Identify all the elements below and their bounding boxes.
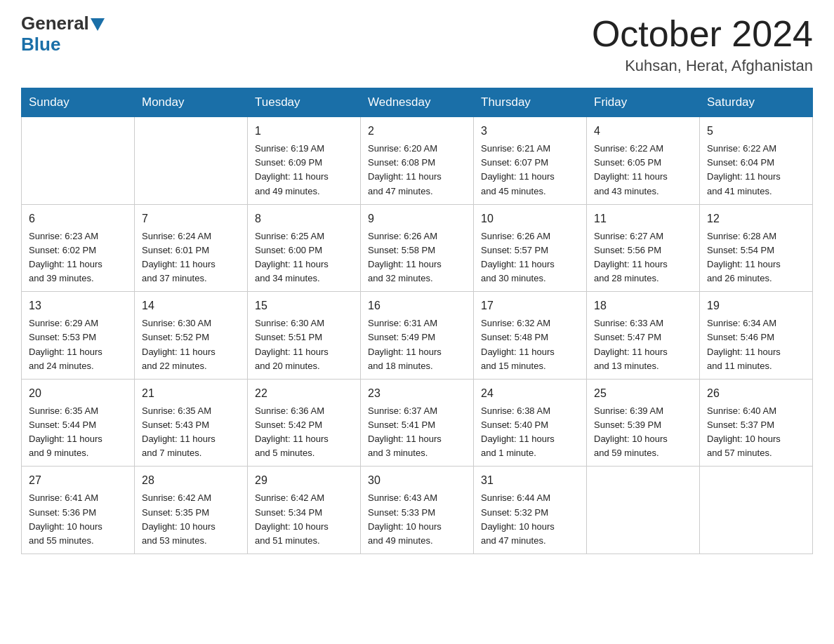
day-number: 30 <box>368 472 466 489</box>
week-row-1: 1Sunrise: 6:19 AM Sunset: 6:09 PM Daylig… <box>22 117 813 205</box>
day-number: 20 <box>29 385 127 402</box>
day-info: Sunrise: 6:30 AM Sunset: 5:51 PM Dayligh… <box>255 316 353 373</box>
header-cell-thursday: Thursday <box>474 88 587 117</box>
calendar-cell: 7Sunrise: 6:24 AM Sunset: 6:01 PM Daylig… <box>135 204 248 292</box>
month-title: October 2024 <box>592 14 813 54</box>
day-number: 4 <box>594 123 692 140</box>
day-info: Sunrise: 6:42 AM Sunset: 5:35 PM Dayligh… <box>142 491 240 548</box>
calendar-cell <box>587 467 700 554</box>
calendar-cell: 30Sunrise: 6:43 AM Sunset: 5:33 PM Dayli… <box>361 467 474 554</box>
day-info: Sunrise: 6:36 AM Sunset: 5:42 PM Dayligh… <box>255 404 353 461</box>
day-info: Sunrise: 6:24 AM Sunset: 6:01 PM Dayligh… <box>142 229 240 286</box>
day-info: Sunrise: 6:23 AM Sunset: 6:02 PM Dayligh… <box>29 229 127 286</box>
calendar-cell: 24Sunrise: 6:38 AM Sunset: 5:40 PM Dayli… <box>474 379 587 467</box>
calendar-cell <box>135 117 248 205</box>
day-number: 6 <box>29 210 127 227</box>
day-info: Sunrise: 6:40 AM Sunset: 5:37 PM Dayligh… <box>707 404 805 461</box>
day-info: Sunrise: 6:39 AM Sunset: 5:39 PM Dayligh… <box>594 404 692 461</box>
day-info: Sunrise: 6:37 AM Sunset: 5:41 PM Dayligh… <box>368 404 466 461</box>
calendar-cell: 27Sunrise: 6:41 AM Sunset: 5:36 PM Dayli… <box>22 467 135 554</box>
day-info: Sunrise: 6:19 AM Sunset: 6:09 PM Dayligh… <box>255 142 353 199</box>
calendar-cell: 13Sunrise: 6:29 AM Sunset: 5:53 PM Dayli… <box>22 292 135 380</box>
calendar-cell <box>700 467 813 554</box>
day-info: Sunrise: 6:26 AM Sunset: 5:58 PM Dayligh… <box>368 229 466 286</box>
day-number: 8 <box>255 210 353 227</box>
calendar-cell: 23Sunrise: 6:37 AM Sunset: 5:41 PM Dayli… <box>361 379 474 467</box>
day-info: Sunrise: 6:29 AM Sunset: 5:53 PM Dayligh… <box>29 316 127 373</box>
calendar-cell: 12Sunrise: 6:28 AM Sunset: 5:54 PM Dayli… <box>700 204 813 292</box>
calendar-cell: 15Sunrise: 6:30 AM Sunset: 5:51 PM Dayli… <box>248 292 361 380</box>
day-number: 21 <box>142 385 240 402</box>
calendar-cell: 19Sunrise: 6:34 AM Sunset: 5:46 PM Dayli… <box>700 292 813 380</box>
header: General Blue October 2024 Kuhsan, Herat,… <box>21 14 813 75</box>
calendar-cell: 28Sunrise: 6:42 AM Sunset: 5:35 PM Dayli… <box>135 467 248 554</box>
day-info: Sunrise: 6:28 AM Sunset: 5:54 PM Dayligh… <box>707 229 805 286</box>
header-cell-friday: Friday <box>587 88 700 117</box>
logo-blue-text: Blue <box>21 34 60 55</box>
day-number: 13 <box>29 297 127 314</box>
day-info: Sunrise: 6:22 AM Sunset: 6:05 PM Dayligh… <box>594 142 692 199</box>
day-info: Sunrise: 6:22 AM Sunset: 6:04 PM Dayligh… <box>707 142 805 199</box>
calendar-table: SundayMondayTuesdayWednesdayThursdayFrid… <box>21 88 813 554</box>
day-info: Sunrise: 6:32 AM Sunset: 5:48 PM Dayligh… <box>481 316 579 373</box>
day-number: 29 <box>255 472 353 489</box>
header-cell-saturday: Saturday <box>700 88 813 117</box>
day-number: 7 <box>142 210 240 227</box>
calendar-cell: 9Sunrise: 6:26 AM Sunset: 5:58 PM Daylig… <box>361 204 474 292</box>
day-number: 27 <box>29 472 127 489</box>
day-info: Sunrise: 6:20 AM Sunset: 6:08 PM Dayligh… <box>368 142 466 199</box>
title-area: October 2024 Kuhsan, Herat, Afghanistan <box>592 14 813 75</box>
calendar-cell: 31Sunrise: 6:44 AM Sunset: 5:32 PM Dayli… <box>474 467 587 554</box>
day-number: 28 <box>142 472 240 489</box>
day-number: 17 <box>481 297 579 314</box>
week-row-4: 20Sunrise: 6:35 AM Sunset: 5:44 PM Dayli… <box>22 379 813 467</box>
day-info: Sunrise: 6:26 AM Sunset: 5:57 PM Dayligh… <box>481 229 579 286</box>
calendar-cell: 17Sunrise: 6:32 AM Sunset: 5:48 PM Dayli… <box>474 292 587 380</box>
day-info: Sunrise: 6:42 AM Sunset: 5:34 PM Dayligh… <box>255 491 353 548</box>
location-title: Kuhsan, Herat, Afghanistan <box>592 57 813 75</box>
day-number: 15 <box>255 297 353 314</box>
week-row-2: 6Sunrise: 6:23 AM Sunset: 6:02 PM Daylig… <box>22 204 813 292</box>
day-number: 16 <box>368 297 466 314</box>
day-info: Sunrise: 6:35 AM Sunset: 5:43 PM Dayligh… <box>142 404 240 461</box>
day-number: 22 <box>255 385 353 402</box>
day-info: Sunrise: 6:34 AM Sunset: 5:46 PM Dayligh… <box>707 316 805 373</box>
day-number: 2 <box>368 123 466 140</box>
day-number: 10 <box>481 210 579 227</box>
day-number: 5 <box>707 123 805 140</box>
day-number: 11 <box>594 210 692 227</box>
day-number: 18 <box>594 297 692 314</box>
header-cell-monday: Monday <box>135 88 248 117</box>
calendar-cell: 29Sunrise: 6:42 AM Sunset: 5:34 PM Dayli… <box>248 467 361 554</box>
calendar-cell: 21Sunrise: 6:35 AM Sunset: 5:43 PM Dayli… <box>135 379 248 467</box>
calendar-cell: 8Sunrise: 6:25 AM Sunset: 6:00 PM Daylig… <box>248 204 361 292</box>
day-info: Sunrise: 6:38 AM Sunset: 5:40 PM Dayligh… <box>481 404 579 461</box>
calendar-cell: 3Sunrise: 6:21 AM Sunset: 6:07 PM Daylig… <box>474 117 587 205</box>
logo-triangle-icon <box>91 18 105 31</box>
calendar-cell: 10Sunrise: 6:26 AM Sunset: 5:57 PM Dayli… <box>474 204 587 292</box>
calendar-cell: 5Sunrise: 6:22 AM Sunset: 6:04 PM Daylig… <box>700 117 813 205</box>
calendar-cell: 2Sunrise: 6:20 AM Sunset: 6:08 PM Daylig… <box>361 117 474 205</box>
day-number: 23 <box>368 385 466 402</box>
calendar-cell: 4Sunrise: 6:22 AM Sunset: 6:05 PM Daylig… <box>587 117 700 205</box>
day-number: 25 <box>594 385 692 402</box>
day-info: Sunrise: 6:25 AM Sunset: 6:00 PM Dayligh… <box>255 229 353 286</box>
calendar-cell: 25Sunrise: 6:39 AM Sunset: 5:39 PM Dayli… <box>587 379 700 467</box>
day-number: 24 <box>481 385 579 402</box>
header-cell-wednesday: Wednesday <box>361 88 474 117</box>
day-number: 19 <box>707 297 805 314</box>
calendar-cell: 6Sunrise: 6:23 AM Sunset: 6:02 PM Daylig… <box>22 204 135 292</box>
day-number: 31 <box>481 472 579 489</box>
calendar-cell: 1Sunrise: 6:19 AM Sunset: 6:09 PM Daylig… <box>248 117 361 205</box>
header-row: SundayMondayTuesdayWednesdayThursdayFrid… <box>22 88 813 117</box>
day-info: Sunrise: 6:31 AM Sunset: 5:49 PM Dayligh… <box>368 316 466 373</box>
day-number: 14 <box>142 297 240 314</box>
day-number: 1 <box>255 123 353 140</box>
day-info: Sunrise: 6:41 AM Sunset: 5:36 PM Dayligh… <box>29 491 127 548</box>
logo-general-text: General <box>21 14 89 32</box>
day-info: Sunrise: 6:44 AM Sunset: 5:32 PM Dayligh… <box>481 491 579 548</box>
calendar-cell: 11Sunrise: 6:27 AM Sunset: 5:56 PM Dayli… <box>587 204 700 292</box>
header-cell-tuesday: Tuesday <box>248 88 361 117</box>
logo-area: General Blue <box>21 14 106 55</box>
calendar-cell: 22Sunrise: 6:36 AM Sunset: 5:42 PM Dayli… <box>248 379 361 467</box>
